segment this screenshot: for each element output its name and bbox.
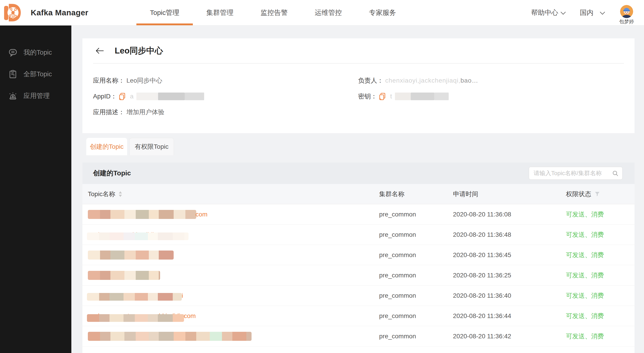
sidebar-item-my-topic[interactable]: 我的Topic	[0, 42, 71, 63]
field-app-id: AppID： a	[93, 88, 358, 104]
copy-secret-button[interactable]: t	[379, 92, 449, 100]
topic-name: cn-binlog-comm_api-common_api	[88, 291, 379, 301]
column-label: 申请时间	[453, 190, 478, 198]
app-detail-card: Leo同步中心 应用名称： Leo同步中心 AppID：	[82, 38, 634, 133]
cell-topic-name: cn_lupotos_go_biz_didi_com	[88, 230, 379, 240]
topic-search-box	[529, 167, 622, 180]
search-input[interactable]	[534, 170, 610, 177]
nav-monitor-alert[interactable]: 监控告警	[247, 0, 301, 25]
user-name: 包梦婷	[619, 18, 634, 25]
top-right-area: 帮助中心 国内	[531, 0, 634, 25]
nav-expert-service[interactable]: 专家服务	[356, 0, 410, 25]
field-value-visible: bao…	[460, 77, 478, 84]
topic-name	[88, 250, 379, 260]
chevron-down-icon	[560, 11, 566, 15]
cell-apply-time: 2020-08-20 11:36:40	[453, 292, 566, 299]
field-owner: 负责人： chenxiaoyi,jackchenjiaqi,bao…	[358, 73, 478, 88]
column-topic-name[interactable]: Topic名称	[88, 190, 379, 198]
cell-topic-name: cn_lamper_setaarns_gc_bkj_didi_com	[88, 311, 379, 321]
field-value: 增加用户体验	[126, 108, 164, 116]
alarm-icon	[8, 91, 18, 101]
field-label: 负责人：	[358, 76, 384, 85]
sidebar-item-all-topic[interactable]: 全部Topic	[0, 63, 71, 85]
nav-topic-management[interactable]: Topic管理	[136, 0, 193, 25]
topic-name	[88, 270, 379, 280]
table-header-row: Topic名称 集群名称 申请时间 权限状态	[82, 184, 634, 204]
cell-permission-status: 可发送、消费	[566, 312, 634, 320]
table-row: pre_common 2020-08-20 11:36:45 可发送、消费	[82, 245, 634, 265]
field-value: Leo同步中心	[126, 76, 162, 85]
search-icon[interactable]	[612, 170, 619, 177]
cell-permission-status: 可发送、消费	[566, 210, 634, 219]
copy-icon	[379, 93, 386, 100]
redacted-ghost-text: a	[130, 93, 134, 100]
clipboard-icon	[8, 69, 18, 79]
cell-apply-time: 2020-08-20 11:36:08	[453, 211, 566, 218]
app-title-row: Leo同步中心	[93, 38, 624, 64]
cell-topic-name: cn-binlog-comm_api-common_api	[88, 291, 379, 301]
nav-cluster-management[interactable]: 集群管理	[193, 0, 247, 25]
cell-permission-status: 可发送、消费	[566, 332, 634, 341]
field-label: 应用名称：	[93, 76, 125, 85]
redacted-topic-mosaic	[88, 332, 252, 341]
cell-cluster-name: pre_common	[379, 211, 453, 218]
cell-permission-status: 可发送、消费	[566, 271, 634, 280]
redacted-ghost-text: chenxiaoyi,jackchenjiaqi,bao…	[385, 77, 478, 84]
sidebar: 我的Topic 全部Topic 应用管理	[0, 25, 71, 353]
cell-permission-status: 可发送、消费	[566, 251, 634, 259]
cell-topic-name	[88, 331, 379, 341]
redacted-topic-mosaic	[87, 314, 184, 322]
arrow-left-icon	[95, 46, 104, 55]
field-app-name: 应用名称： Leo同步中心	[93, 73, 358, 88]
column-apply-time: 申请时间	[453, 190, 566, 198]
cell-cluster-name: pre_common	[379, 312, 453, 320]
region-menu[interactable]: 国内	[580, 8, 605, 17]
help-center-menu[interactable]: 帮助中心	[531, 8, 566, 17]
redacted-topic-mosaic	[88, 271, 160, 280]
cell-apply-time: 2020-08-20 11:36:25	[453, 272, 566, 279]
tab-authorized-topic[interactable]: 有权限Topic	[130, 138, 174, 155]
field-secret-key: 密钥： t	[358, 88, 478, 104]
app-detail-fields: 应用名称： Leo同步中心 AppID： a	[82, 64, 634, 120]
topic-name: cn_lamper_setaarns_gc_bkj_didi_com	[88, 311, 379, 321]
copy-app-id-button[interactable]: a	[119, 92, 204, 100]
cell-cluster-name: pre_common	[379, 333, 453, 340]
sidebar-item-label: 我的Topic	[24, 48, 52, 57]
app-title: Kafka Manager	[31, 8, 88, 17]
cell-permission-status: 可发送、消费	[566, 230, 634, 239]
filter-icon[interactable]	[594, 191, 600, 197]
cell-topic-name	[88, 270, 379, 280]
field-label: 应用描述：	[93, 108, 125, 116]
kafka-manager-logo-icon	[4, 3, 23, 22]
column-label: Topic名称	[88, 190, 115, 198]
redacted-topic-mosaic	[87, 233, 188, 240]
page-title: Leo同步中心	[115, 45, 163, 56]
back-button[interactable]	[95, 46, 104, 55]
redacted-value	[136, 92, 204, 100]
column-permission-status: 权限状态	[566, 190, 634, 198]
avatar	[620, 5, 633, 18]
topic-name	[88, 331, 379, 341]
field-label: 密钥：	[358, 92, 377, 101]
nav-ops-control[interactable]: 运维管控	[301, 0, 356, 25]
user-menu[interactable]: 包梦婷	[619, 5, 634, 25]
kafka-manager-app: Kafka Manager Topic管理 集群管理 监控告警 运维管控 专家服…	[0, 0, 644, 353]
topic-tabs: 创建的Topic 有权限Topic	[86, 138, 174, 155]
region-label: 国内	[580, 8, 594, 17]
field-app-description: 应用描述： 增加用户体验	[93, 104, 358, 120]
topic-name: cn_lupotos_go_biz_didi_com	[88, 230, 379, 240]
cell-cluster-name: pre_common	[379, 231, 453, 238]
sort-icon[interactable]	[118, 191, 122, 197]
cell-topic-name	[88, 250, 379, 260]
cell-cluster-name: pre_common	[379, 272, 453, 279]
topic-name: com	[88, 209, 379, 219]
created-topic-panel: 创建的Topic Topic名称 集群名称 申请时间	[82, 162, 634, 353]
topic-link[interactable]: com	[196, 209, 208, 219]
table-row: pre_common 2020-08-20 11:36:42 可发送、消费	[82, 326, 634, 347]
sidebar-item-app-management[interactable]: 应用管理	[0, 85, 71, 107]
table-row: com pre_common 2020-08-20 11:36:08 可发送、消…	[82, 204, 634, 225]
cell-apply-time: 2020-08-20 11:36:44	[453, 312, 566, 320]
cell-topic-name: com	[88, 209, 379, 219]
top-bar: Kafka Manager Topic管理 集群管理 监控告警 运维管控 专家服…	[0, 0, 644, 25]
tab-created-topic[interactable]: 创建的Topic	[86, 138, 127, 155]
